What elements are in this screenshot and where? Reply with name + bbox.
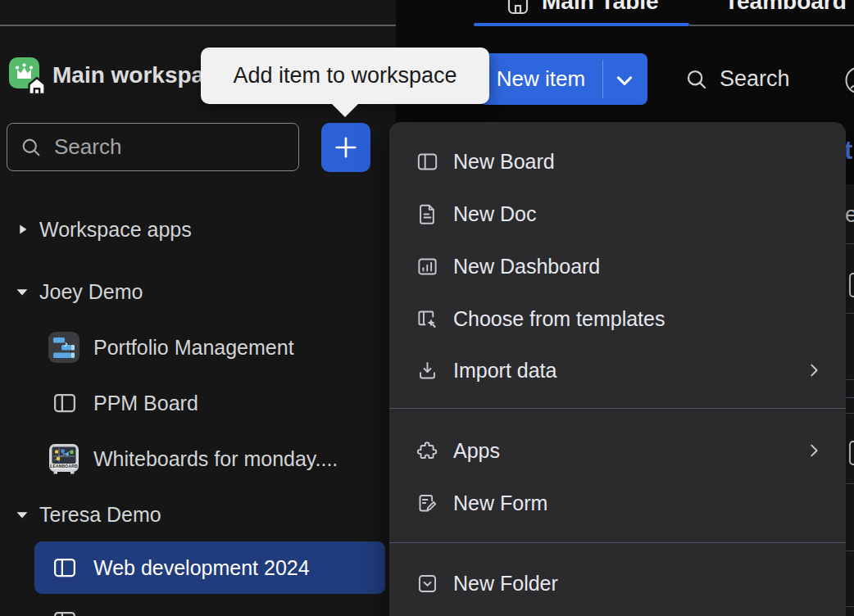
label-fragment: [849, 273, 854, 297]
search-icon: [20, 136, 43, 159]
sidebar-search-input[interactable]: [52, 134, 249, 161]
active-tab-underline: [474, 23, 689, 26]
sidebar-item-workspace-apps[interactable]: Workspace apps: [0, 209, 385, 250]
tooltip-caret: [331, 103, 359, 117]
dashboard-icon: [416, 256, 438, 278]
sidebar-item-label: Web development 2024: [93, 556, 310, 580]
caret-down-icon[interactable]: [13, 283, 31, 301]
caret-right-icon[interactable]: [13, 220, 31, 238]
menu-item-label: Import data: [453, 359, 556, 383]
menu-item-label: New Form: [453, 491, 547, 515]
new-item-label: New item: [479, 53, 602, 105]
add-item-menu: New Board New Doc New Dashboard: [389, 122, 846, 616]
button-divider: [602, 60, 603, 98]
sidebar-item-joey-demo[interactable]: Joey Demo: [0, 271, 385, 312]
menu-item-choose-from-templates[interactable]: Choose from templates: [389, 292, 846, 345]
menu-item-apps[interactable]: Apps: [389, 424, 846, 477]
table-row-line: [846, 413, 854, 414]
chevron-down-icon[interactable]: [612, 68, 637, 93]
add-item-button[interactable]: [321, 123, 370, 172]
label-fragment: [849, 441, 854, 465]
menu-item-label: New Dashboard: [453, 255, 600, 279]
home-badge-icon: [26, 75, 48, 98]
table-row-line: [846, 313, 854, 314]
tabs-bottom-border: [689, 25, 854, 26]
search-icon: [684, 67, 709, 92]
menu-divider: [389, 542, 846, 543]
import-icon: [416, 360, 438, 382]
board-search-label: Search: [720, 66, 790, 92]
sidebar-item-ppm-board[interactable]: PPM Board: [0, 380, 385, 426]
plus-icon: [331, 133, 361, 162]
sidebar-item-label: Joey Demo: [39, 280, 143, 304]
tab-main-table[interactable]: Main Table: [542, 0, 659, 15]
menu-item-label: New Folder: [453, 572, 558, 596]
new-item-button[interactable]: New item: [479, 53, 647, 105]
menu-item-import-data[interactable]: Import data: [389, 344, 846, 396]
sidebar-item-label: Portfolio Management: [93, 336, 294, 360]
board-icon: [52, 555, 77, 580]
tooltip-text: Add item to workspace: [233, 63, 457, 88]
table-row-line: [846, 606, 854, 607]
menu-item-new-doc[interactable]: New Doc: [389, 188, 846, 240]
menu-item-label: New Board: [453, 150, 555, 174]
table-row-line: [846, 397, 854, 398]
sidebar-item-web-development-2024[interactable]: Web development 2024: [34, 541, 385, 594]
folder-icon: [416, 573, 438, 595]
sidebar-top-divider: [0, 25, 396, 26]
chevron-right-icon: [805, 361, 823, 379]
menu-divider: [389, 408, 846, 409]
menu-item-new-dashboard[interactable]: New Dashboard: [389, 240, 846, 292]
board-icon: [416, 151, 438, 173]
doc-icon: [416, 203, 438, 225]
sidebar-search-box: [7, 123, 299, 171]
table-row-line: [846, 379, 854, 380]
sidebar-item-whiteboards[interactable]: LEANBOARD Whiteboards for monday....: [0, 436, 385, 482]
board-icon: [52, 391, 77, 415]
table-row-line: [846, 483, 854, 484]
sidebar-item-teresa-demo[interactable]: Teresa Demo: [0, 494, 385, 535]
chevron-right-icon: [805, 442, 823, 460]
tab-teamboard[interactable]: Teamboard: [725, 0, 847, 15]
caret-down-icon[interactable]: [13, 505, 31, 523]
menu-item-label: New Doc: [453, 202, 536, 226]
board-search-button[interactable]: Search: [684, 53, 803, 105]
menu-item-new-board[interactable]: New Board: [389, 135, 846, 188]
table-row-line: [846, 550, 854, 551]
svg-text:LEANBOARD: LEANBOARD: [50, 464, 78, 469]
sidebar-item-label: Teresa Demo: [39, 503, 161, 527]
apps-puzzle-icon: [416, 440, 438, 462]
form-icon: [416, 492, 438, 514]
portfolio-app-icon: [48, 332, 79, 363]
text-fragment: e: [845, 202, 854, 228]
profile-icon[interactable]: [843, 65, 854, 97]
menu-item-label: Apps: [453, 439, 500, 463]
app-window: Main Table Teamboard New item Search: [0, 0, 854, 616]
menu-item-new-folder[interactable]: New Folder: [389, 557, 846, 609]
sidebar-item-portfolio-management[interactable]: Portfolio Management: [0, 324, 385, 370]
templates-icon: [416, 308, 438, 330]
main-table-tab-icon: [506, 0, 530, 16]
board-icon: [52, 609, 77, 616]
leanboard-app-icon: LEANBOARD: [48, 443, 79, 474]
add-item-tooltip: Add item to workspace: [201, 48, 489, 104]
sidebar-item-label: Workspace apps: [39, 218, 192, 242]
sidebar-item-label: PPM Board: [93, 392, 198, 415]
menu-item-label: Choose from templates: [453, 307, 665, 331]
menu-item-new-form[interactable]: New Form: [389, 477, 846, 529]
table-row-line: [846, 243, 854, 244]
sidebar-item-label: Whiteboards for monday....: [93, 447, 338, 471]
